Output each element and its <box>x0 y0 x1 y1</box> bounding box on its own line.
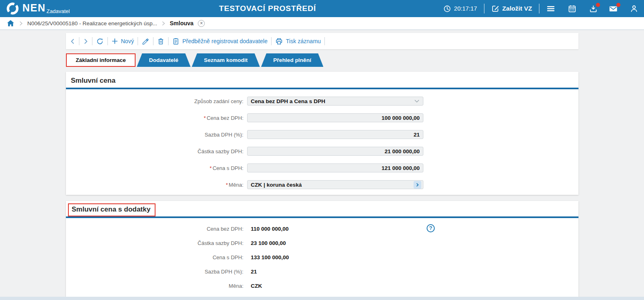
refresh-icon <box>96 38 104 45</box>
hamburger-icon <box>546 5 555 12</box>
tab-prehled-plneni[interactable]: Přehled plnění <box>261 53 323 67</box>
toolbar-divider <box>79 37 79 45</box>
new-record-label: Nový <box>121 38 134 44</box>
printer-icon <box>275 38 283 45</box>
home-icon[interactable] <box>7 20 15 27</box>
user-profile-button[interactable] <box>630 4 638 13</box>
field-label: Sazba DPH (%): <box>66 132 247 138</box>
field-label: *Cena s DPH: <box>66 165 247 171</box>
record-tabs: Základní informace Dodavatelé Seznam kom… <box>66 53 578 67</box>
delete-button[interactable] <box>157 38 164 45</box>
help-icon[interactable]: ? <box>427 224 435 232</box>
bottom-scroll-strip[interactable] <box>0 297 644 300</box>
register-supplier-label: Předběžně registrovat dodavatele <box>182 38 267 44</box>
tab-seznam-komodit[interactable]: Seznam komodit <box>192 53 260 67</box>
price-with-vat-input[interactable]: 121 000 000,00 <box>247 163 423 172</box>
register-supplier-button[interactable]: Předběžně registrovat dodavatele <box>172 38 267 45</box>
toolbar-divider <box>168 37 169 45</box>
readonly-row-cena-bez-dph: Cena bez DPH: 110 000 000,00 <box>66 225 578 233</box>
environment-title: TESTOVACÍ PROSTŘEDÍ <box>219 0 316 17</box>
chevron-right-icon <box>162 21 165 26</box>
section-title: Smluvní cena <box>66 72 578 88</box>
new-record-button[interactable]: Nový <box>112 38 134 44</box>
form-row-castka-sazby-dph: Částka sazby DPH: 21 000 000,00 <box>66 147 578 156</box>
user-icon <box>630 4 638 13</box>
refresh-button[interactable] <box>96 38 104 45</box>
tab-dodavatele[interactable]: Dodavatelé <box>137 53 191 67</box>
session-clock: 20:17:17 <box>443 5 477 13</box>
compose-icon <box>491 4 499 13</box>
form-row-cena-bez-dph: *Cena bez DPH: 100 000 000,00 <box>66 113 578 122</box>
field-value: 21 <box>247 269 257 275</box>
clock-icon <box>443 5 451 13</box>
required-marker: * <box>204 115 206 121</box>
chevron-down-icon <box>414 99 420 103</box>
section-smluvni-cena: Smluvní cena Způsob zadání ceny: Cena be… <box>66 72 578 195</box>
messages-notification-dot <box>616 3 620 7</box>
brand-subtitle: Zadavatel <box>46 8 70 14</box>
tab-label: Seznam komodit <box>204 57 248 63</box>
field-value: CZK | koruna česká <box>251 182 411 188</box>
required-marker: * <box>226 182 228 188</box>
readonly-row-castka-sazby-dph: Částka sazby DPH: 23 100 000,00 <box>66 239 578 247</box>
field-label: Částka sazby DPH: <box>66 240 247 246</box>
field-label: *Cena bez DPH: <box>66 115 247 121</box>
nen-logo-icon <box>6 2 20 15</box>
vat-rate-input[interactable]: 21 <box>247 130 423 139</box>
toolbar-divider <box>107 37 108 45</box>
field-label: Cena s DPH: <box>66 254 247 260</box>
field-label: Sazba DPH (%): <box>66 269 247 275</box>
downloads-button[interactable] <box>589 4 598 13</box>
price-without-vat-input[interactable]: 100 000 000,00 <box>247 113 423 122</box>
toolbar-divider <box>153 37 153 45</box>
lookup-chevron-icon[interactable] <box>414 181 421 189</box>
plus-icon <box>112 38 118 44</box>
vat-amount-input[interactable]: 21 000 000,00 <box>247 147 423 156</box>
calendar-button[interactable] <box>568 4 576 13</box>
currency-lookup-field[interactable]: CZK | koruna česká <box>247 180 423 189</box>
create-vz-button[interactable]: Založit VZ <box>491 4 532 13</box>
readonly-row-sazba-dph: Sazba DPH (%): 21 <box>66 267 578 276</box>
close-icon[interactable]: × <box>198 20 205 27</box>
calendar-icon <box>568 4 576 13</box>
app-brand[interactable]: NEN Zadavatel <box>6 2 70 15</box>
header-divider <box>484 4 484 13</box>
tab-zakladni-informace[interactable]: Základní informace <box>66 53 136 67</box>
field-value: Cena bez DPH a Cena s DPH <box>251 98 412 104</box>
tab-label: Přehled plnění <box>273 57 311 63</box>
field-value: 133 100 000,00 <box>247 254 289 260</box>
toolbar-divider <box>138 37 138 45</box>
section-smluvni-cena-s-dodatky: Smluvní cena s dodatky Cena bez DPH: 110… <box>66 201 578 300</box>
brand-name: NEN <box>22 3 46 13</box>
trash-icon <box>157 38 164 45</box>
print-record-button[interactable]: Tisk záznamu <box>275 38 321 45</box>
toolbar-divider <box>324 37 325 45</box>
top-header-bar: NEN Zadavatel TESTOVACÍ PROSTŘEDÍ 20:17:… <box>0 0 644 17</box>
print-record-label: Tisk záznamu <box>286 38 321 44</box>
messages-button[interactable] <box>609 4 618 13</box>
breadcrumb-item-procurement[interactable]: N006/25/V00005180 - Realizace energetick… <box>27 20 157 26</box>
price-entry-mode-select[interactable]: Cena bez DPH a Cena s DPH <box>247 97 423 106</box>
field-label: Cena bez DPH: <box>66 226 247 232</box>
field-label: *Měna: <box>66 182 247 188</box>
clock-time: 20:17:17 <box>454 5 477 12</box>
toolbar-divider <box>92 37 92 45</box>
main-menu-button[interactable] <box>546 5 555 12</box>
nav-forward-button[interactable] <box>83 38 88 44</box>
form-row-zpusob-zadani-ceny: Způsob zadání ceny: Cena bez DPH a Cena … <box>66 97 578 106</box>
field-value: 23 100 000,00 <box>247 240 286 246</box>
field-label: Částka sazby DPH: <box>66 148 247 154</box>
pencil-icon <box>142 38 149 45</box>
readonly-row-cena-s-dph: Cena s DPH: 133 100 000,00 <box>66 253 578 261</box>
tab-label: Dodavatelé <box>149 57 178 63</box>
create-vz-label: Založit VZ <box>502 5 532 12</box>
field-label: Způsob zadání ceny: <box>66 98 247 104</box>
form-row-mena: *Měna: CZK | koruna česká <box>66 180 578 189</box>
register-doc-icon <box>172 38 180 45</box>
edit-button[interactable] <box>142 38 149 45</box>
nav-back-button[interactable] <box>70 38 75 44</box>
main-content: Nový Předběžně registrovat dodavatele <box>66 33 578 300</box>
readonly-row-mena: Měna: CZK <box>66 282 578 290</box>
form-row-cena-s-dph: *Cena s DPH: 121 000 000,00 <box>66 163 578 172</box>
breadcrumb-item-contract[interactable]: Smlouva <box>170 20 193 26</box>
